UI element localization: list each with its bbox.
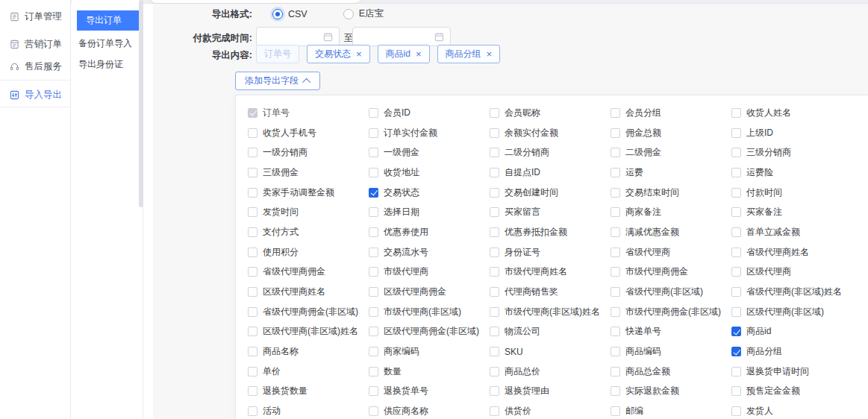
field-checkbox-item[interactable]: 物流公司 [490,325,611,338]
field-checkbox-item[interactable]: 商品id [731,325,852,338]
field-checkbox-item[interactable]: 商家编码 [369,345,490,358]
field-checkbox-item[interactable]: 交易创建时间 [490,186,611,199]
field-checkbox-item[interactable]: 二级分销商 [490,146,611,159]
field-checkbox-item[interactable]: 运费险 [731,166,852,179]
field-checkbox-item[interactable]: 省级代理商(非区域) [611,286,731,298]
field-checkbox-item[interactable]: 退换货数量 [248,385,369,397]
field-checkbox-item[interactable]: 市级代理商佣金 [611,265,731,278]
field-checkbox-item[interactable]: 余额实付金额 [490,127,611,139]
field-checkbox-item[interactable]: 单价 [248,365,369,378]
field-checkbox-item[interactable]: 预售定金金额 [731,385,852,397]
field-checkbox-item[interactable]: 商品总金额 [611,365,731,378]
field-checkbox-item[interactable]: 区级代理商(非区域)姓名 [248,325,369,338]
field-checkbox-item[interactable]: 自提点ID [490,166,611,179]
field-checkbox-item[interactable]: 交易结束时间 [611,186,731,199]
field-checkbox-item[interactable]: 区级代理商(非区域) [731,306,852,318]
field-checkbox-item[interactable]: 收货人手机号 [248,127,369,139]
field-checkbox-item[interactable]: 运费 [611,166,731,179]
payment-time-to-input[interactable] [352,27,451,46]
field-checkbox-item[interactable]: 市级代理商佣金(非区域) [611,306,731,318]
sidebar-item-1[interactable]: 订单管理 [10,10,62,23]
remove-tag-icon[interactable]: × [416,49,422,59]
field-checkbox-item[interactable]: 省级代理商佣金 [248,265,369,278]
remove-tag-icon[interactable]: × [487,49,493,59]
field-checkbox-item[interactable]: 省级代理商姓名 [731,246,852,259]
field-checkbox-item[interactable]: 邮编 [611,405,731,418]
field-checkbox-item[interactable]: 满减优惠金额 [611,226,731,239]
field-checkbox-item[interactable]: 首单立减金额 [731,226,852,239]
field-checkbox-item[interactable]: 卖家手动调整金额 [248,186,369,199]
field-checkbox-item[interactable]: 市级代理商姓名 [490,265,611,278]
field-checkbox-item[interactable]: 会员分组 [611,107,731,119]
field-checkbox-item[interactable]: 供货价 [490,405,611,418]
field-checkbox-item[interactable]: 收货地址 [369,166,490,179]
field-checkbox-item[interactable]: 代理商销售奖 [490,286,611,298]
sidebar-item-4[interactable]: 导入导出 [10,89,62,101]
field-checkbox-item[interactable]: 商品名称 [248,345,369,358]
remove-tag-icon[interactable]: × [356,49,362,59]
submenu-item-2[interactable]: 备份订单导入 [78,37,132,50]
field-checkbox-item[interactable]: 优惠券使用 [369,226,490,239]
field-checkbox-item[interactable]: 数量 [369,365,490,378]
field-checkbox-item[interactable]: 买家留言 [490,206,611,218]
field-checkbox-item[interactable]: 快递单号 [611,325,731,338]
field-checkbox-item[interactable]: 省级代理商佣金(非区域) [248,306,369,318]
field-checkbox-item[interactable]: 商品总价 [490,365,611,378]
field-checkbox-item[interactable]: 付款时间 [731,186,852,199]
field-checkbox-item[interactable]: 退换货申请时间 [731,365,852,378]
field-checkbox-item[interactable]: 商品编码 [611,345,731,358]
field-checkbox-item[interactable]: 佣金总额 [611,127,731,139]
export-content-tag[interactable]: 商品分组× [437,45,501,63]
field-checkbox-item[interactable]: 交易状态 [369,186,490,199]
field-checkbox-item[interactable]: 收货人姓名 [731,107,852,119]
payment-time-from-input[interactable] [256,27,340,46]
field-checkbox-item[interactable]: 退换货单号 [369,385,490,397]
field-checkbox-item[interactable]: 商家备注 [611,206,731,218]
field-checkbox-item[interactable]: 会员昵称 [490,107,611,119]
field-checkbox-item[interactable]: SKU [490,347,611,357]
field-checkbox-item[interactable]: 退换货理由 [490,385,611,397]
field-checkbox-item[interactable]: 市级代理商(非区域)姓名 [490,306,611,318]
field-checkbox-item[interactable]: 区级代理商佣金 [369,286,490,298]
field-checkbox-item[interactable]: 商品分组 [731,345,852,358]
field-checkbox-item[interactable]: 会员ID [369,107,490,119]
field-checkbox-item[interactable]: 订单实付金额 [369,127,490,139]
field-label: 二级佣金 [625,146,661,159]
field-checkbox-item[interactable]: 区级代理商佣金(非区域) [369,325,490,338]
field-checkbox-item[interactable]: 实际退款金额 [611,385,731,397]
headset-icon [10,62,19,72]
sidebar-item-3[interactable]: 售后服务 [10,60,62,73]
field-checkbox-item[interactable]: 供应商名称 [369,405,490,418]
field-checkbox-item[interactable]: 买家备注 [731,206,852,218]
field-checkbox-item[interactable]: 身份证号 [490,246,611,259]
field-checkbox-item[interactable]: 市级代理商(非区域) [369,306,490,318]
field-checkbox-item[interactable]: 发货人 [731,405,852,418]
export-content-tag[interactable]: 交易状态× [307,45,370,63]
field-checkbox-item[interactable]: 使用积分 [248,246,369,259]
field-checkbox-item[interactable]: 选择日期 [369,206,490,218]
field-checkbox-item[interactable]: 优惠券抵扣金额 [490,226,611,239]
add-export-field-button[interactable]: 添加导出字段 [235,72,320,90]
field-checkbox-item[interactable]: 三级佣金 [248,166,369,179]
field-checkbox-item[interactable]: 市级代理商 [369,265,490,278]
format-radio-CSV[interactable]: CSV [272,9,307,19]
field-checkbox-item[interactable]: 区级代理商姓名 [248,286,369,298]
field-checkbox-item[interactable]: 三级分销商 [731,146,852,159]
field-checkbox-item[interactable]: 省级代理商(非区域)姓名 [731,286,852,298]
field-checkbox-item[interactable]: 一级分销商 [248,146,369,159]
field-checkbox-item[interactable]: 省级代理商 [611,246,731,259]
field-checkbox-item[interactable]: 支付方式 [248,226,369,239]
field-checkbox-item[interactable]: 二级佣金 [611,146,731,159]
field-checkbox-item[interactable]: 交易流水号 [369,246,490,259]
export-content-tag[interactable]: 商品id× [378,45,430,63]
field-checkbox-item[interactable]: 发货时间 [248,206,369,218]
submenu-item-1[interactable]: 导出订单 [77,10,143,31]
field-checkbox-item[interactable]: 上级ID [731,127,852,139]
vertical-scrollbar-thumb[interactable] [139,0,143,207]
submenu-item-3[interactable]: 导出身份证 [78,58,123,71]
sidebar-item-2[interactable]: 营销订单 [10,38,62,51]
format-radio-E店宝[interactable]: E店宝 [343,7,384,20]
field-checkbox-item[interactable]: 一级佣金 [369,146,490,159]
field-checkbox-item[interactable]: 活动 [248,405,369,418]
field-checkbox-item[interactable]: 区级代理商 [731,265,852,278]
